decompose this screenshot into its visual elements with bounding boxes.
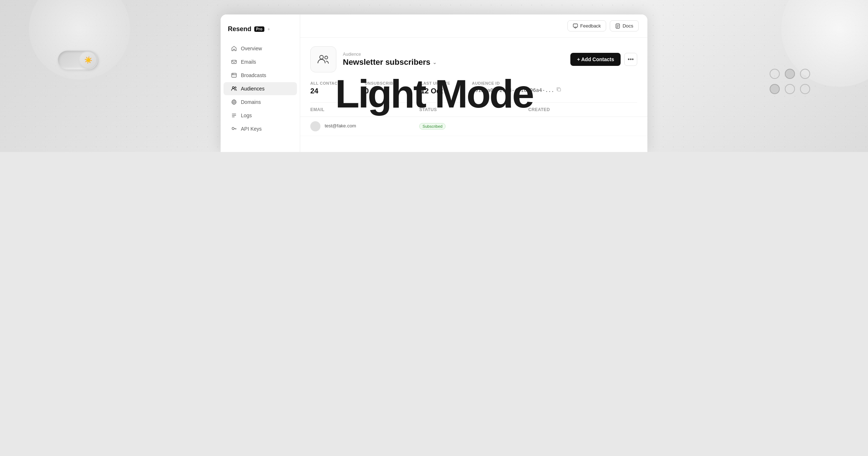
col-created: Created: [528, 107, 637, 112]
feedback-icon: [573, 24, 578, 29]
sidebar-logo: Resend Pro +: [221, 22, 300, 42]
docs-label: Docs: [622, 23, 633, 29]
row-email: test@fake.com: [310, 121, 419, 131]
audience-name-row: Newsletter subscribers ⌄: [343, 58, 437, 67]
globe-icon: [231, 99, 237, 105]
broadcasts-label: Broadcasts: [241, 72, 266, 78]
ellipsis-icon: •••: [628, 56, 634, 63]
audience-actions: + Add Contacts •••: [570, 53, 637, 66]
sun-icon: ☀️: [84, 56, 92, 64]
email-value: test@fake.com: [325, 123, 356, 128]
deco-radio-4: [770, 84, 780, 94]
deco-radio-grid: [770, 69, 810, 94]
home-icon: [231, 45, 237, 52]
feedback-button[interactable]: Feedback: [567, 20, 606, 31]
logs-icon: [231, 112, 237, 119]
logs-label: Logs: [241, 113, 252, 118]
deco-radio-3: [800, 69, 810, 79]
svg-point-3: [235, 87, 236, 88]
sidebar: Resend Pro + Overview: [221, 14, 300, 152]
pro-plus-label: +: [268, 27, 270, 32]
audience-name: Newsletter subscribers: [343, 58, 430, 67]
sidebar-item-broadcasts[interactable]: Broadcasts: [224, 69, 297, 82]
email-avatar: [310, 121, 320, 131]
svg-rect-1: [232, 73, 237, 77]
audience-icon-box: [310, 46, 336, 72]
deco-radio-6: [800, 84, 810, 94]
audiences-icon: [231, 85, 237, 92]
sidebar-item-emails[interactable]: Emails: [224, 55, 297, 68]
pro-badge: Pro: [254, 26, 264, 32]
table-row: test@fake.com Subscribed: [300, 117, 647, 136]
more-options-button[interactable]: •••: [624, 53, 637, 66]
docs-icon: [615, 24, 620, 29]
app-name: Resend: [228, 25, 251, 33]
audience-people-icon: [317, 53, 330, 66]
deco-radio-1: [770, 69, 780, 79]
domains-label: Domains: [241, 99, 261, 105]
sidebar-item-audiences[interactable]: Audiences: [224, 82, 297, 95]
svg-rect-0: [232, 60, 237, 64]
mail-icon: [231, 59, 237, 65]
toggle-track[interactable]: ☀️: [58, 51, 98, 69]
add-contacts-label: + Add Contacts: [577, 56, 614, 62]
svg-point-10: [325, 56, 328, 59]
audience-dropdown-arrow[interactable]: ⌄: [433, 59, 437, 65]
audience-left: Audience Newsletter subscribers ⌄: [310, 46, 437, 72]
svg-rect-7: [573, 24, 578, 27]
sidebar-item-domains[interactable]: Domains: [224, 96, 297, 109]
toggle-thumb: ☀️: [80, 52, 96, 68]
api-keys-label: API Keys: [241, 126, 262, 132]
key-icon: [231, 126, 237, 132]
svg-point-2: [233, 87, 234, 89]
row-status: Subscribed: [419, 123, 528, 130]
audiences-label: Audiences: [241, 86, 264, 92]
overview-label: Overview: [241, 46, 262, 51]
deco-radio-2: [785, 69, 795, 79]
status-badge: Subscribed: [419, 123, 446, 130]
sidebar-item-api-keys[interactable]: API Keys: [224, 122, 297, 135]
add-contacts-button[interactable]: + Add Contacts: [570, 53, 621, 66]
hero-section: ☀️ New Light Mode Resend Pro +: [0, 0, 868, 152]
audience-label: Audience: [343, 52, 437, 57]
audience-info: Audience Newsletter subscribers ⌄: [343, 52, 437, 67]
svg-point-9: [320, 55, 323, 59]
hero-title: Light Mode: [335, 74, 533, 114]
top-bar: Feedback Docs: [300, 14, 647, 38]
docs-button[interactable]: Docs: [610, 20, 639, 31]
sidebar-item-logs[interactable]: Logs: [224, 109, 297, 122]
svg-rect-11: [558, 88, 561, 91]
feedback-label: Feedback: [580, 23, 601, 29]
theme-toggle[interactable]: ☀️: [58, 51, 98, 69]
copy-icon[interactable]: [556, 87, 561, 93]
deco-radio-5: [785, 84, 795, 94]
emails-label: Emails: [241, 59, 256, 65]
broadcasts-icon: [231, 72, 237, 79]
sidebar-item-overview[interactable]: Overview: [224, 42, 297, 55]
